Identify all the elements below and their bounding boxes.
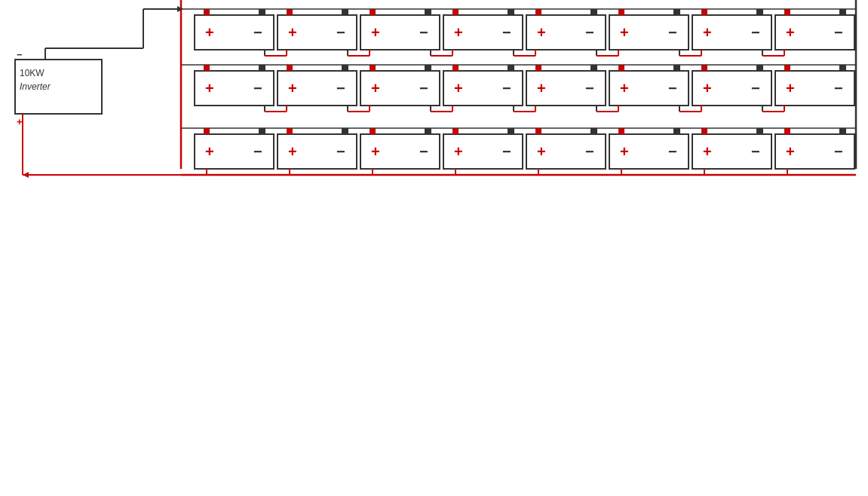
full-diagram: + − <box>8 0 860 184</box>
svg-marker-239 <box>23 172 29 178</box>
full-wiring-svg: + − <box>8 0 860 184</box>
inverter-label-line1: 10KW <box>20 68 44 78</box>
svg-text:+: + <box>17 116 23 127</box>
inverter-label-line2: Inverter <box>20 81 51 92</box>
svg-text:−: − <box>17 49 23 60</box>
